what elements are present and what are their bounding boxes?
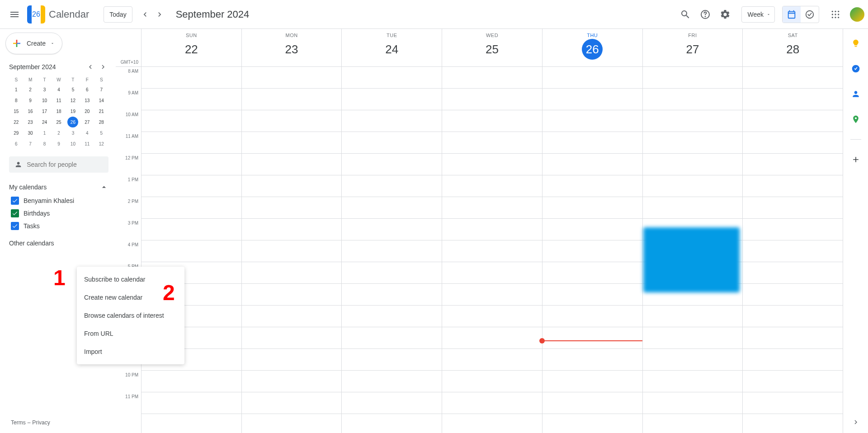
prev-period-button[interactable] [138, 7, 152, 22]
time-slot[interactable] [342, 110, 442, 132]
time-slot[interactable] [542, 132, 642, 154]
time-slot[interactable] [442, 175, 542, 197]
menu-item[interactable]: Browse calendars of interest [77, 306, 184, 325]
next-period-button[interactable] [152, 7, 167, 22]
time-slot[interactable] [743, 219, 843, 240]
time-slot[interactable] [643, 110, 743, 132]
mini-day[interactable]: 2 [23, 84, 37, 95]
date-number[interactable]: 28 [783, 39, 803, 60]
mini-day[interactable]: 1 [9, 84, 23, 95]
time-slot[interactable] [542, 154, 642, 175]
mini-day[interactable]: 11 [52, 95, 66, 106]
mini-day[interactable]: 3 [38, 84, 52, 95]
my-calendars-toggle[interactable]: My calendars [9, 180, 108, 194]
view-selector[interactable]: Week [741, 6, 775, 23]
time-slot[interactable] [542, 371, 642, 392]
mini-day[interactable]: 27 [80, 117, 94, 127]
mini-next-button[interactable] [98, 61, 108, 72]
time-slot[interactable] [342, 67, 442, 89]
time-slot[interactable] [743, 154, 843, 175]
time-slot[interactable] [643, 154, 743, 175]
mini-day[interactable]: 15 [9, 106, 23, 117]
time-slot[interactable] [542, 175, 642, 197]
time-slot[interactable] [442, 132, 542, 154]
time-slot[interactable] [242, 306, 342, 327]
time-slot[interactable] [342, 262, 442, 284]
time-slot[interactable] [342, 392, 442, 414]
mini-day[interactable]: 3 [66, 127, 80, 138]
mini-day[interactable]: 5 [66, 84, 80, 95]
menu-item[interactable]: Subscribe to calendar [77, 270, 184, 288]
time-slot[interactable] [743, 262, 843, 284]
day-header[interactable]: MON23 [241, 29, 342, 66]
mini-day[interactable]: 26 [67, 117, 78, 127]
menu-item[interactable]: Create new calendar [77, 288, 184, 306]
mini-day[interactable]: 19 [66, 106, 80, 117]
time-slot[interactable] [442, 414, 542, 433]
mini-day[interactable]: 24 [38, 117, 52, 127]
time-slot[interactable] [142, 175, 241, 197]
account-avatar[interactable] [850, 7, 864, 22]
date-number[interactable]: 27 [682, 39, 703, 60]
time-slot[interactable] [242, 67, 342, 89]
time-slot[interactable] [442, 327, 542, 349]
time-slot[interactable] [242, 240, 342, 262]
time-slot[interactable] [142, 219, 241, 240]
time-slot[interactable] [342, 240, 442, 262]
time-slot[interactable] [643, 89, 743, 110]
time-slot[interactable] [542, 262, 642, 284]
mini-day[interactable]: 6 [9, 138, 23, 149]
collapse-panel-button[interactable] [849, 415, 863, 429]
day-header[interactable]: SUN22 [141, 29, 241, 66]
terms-link[interactable]: Terms [11, 419, 26, 426]
time-slot[interactable] [743, 67, 843, 89]
mini-day[interactable]: 30 [23, 127, 37, 138]
mini-day[interactable]: 28 [94, 117, 108, 127]
time-slot[interactable] [743, 132, 843, 154]
time-slot[interactable] [542, 197, 642, 219]
time-slot[interactable] [442, 240, 542, 262]
mini-day[interactable]: 11 [80, 138, 94, 149]
time-slot[interactable] [643, 414, 743, 433]
time-slot[interactable] [643, 349, 743, 371]
menu-item[interactable]: Import [77, 343, 184, 361]
date-number[interactable]: 25 [482, 39, 503, 60]
time-slot[interactable] [743, 110, 843, 132]
calendar-item[interactable]: Benyamin Khalesi [9, 194, 108, 207]
time-slot[interactable] [542, 306, 642, 327]
calendar-item[interactable]: Tasks [9, 220, 108, 232]
mini-day[interactable]: 7 [94, 84, 108, 95]
mini-day[interactable]: 8 [9, 95, 23, 106]
mini-day[interactable]: 23 [23, 117, 37, 127]
time-slot[interactable] [442, 110, 542, 132]
time-slot[interactable] [442, 197, 542, 219]
time-slot[interactable] [643, 371, 743, 392]
time-slot[interactable] [242, 284, 342, 306]
day-column[interactable] [341, 67, 442, 433]
mini-day[interactable]: 8 [38, 138, 52, 149]
date-number[interactable]: 24 [382, 39, 402, 60]
time-slot[interactable] [643, 67, 743, 89]
time-slot[interactable] [242, 327, 342, 349]
mini-day[interactable]: 4 [80, 127, 94, 138]
time-slot[interactable] [442, 371, 542, 392]
mini-day[interactable]: 20 [80, 106, 94, 117]
mini-day[interactable]: 5 [94, 127, 108, 138]
time-slot[interactable] [142, 371, 241, 392]
day-column[interactable] [442, 67, 542, 433]
day-header[interactable]: TUE24 [341, 29, 442, 66]
time-slot[interactable] [643, 392, 743, 414]
mini-day[interactable]: 16 [23, 106, 37, 117]
time-slot[interactable] [142, 154, 241, 175]
time-slot[interactable] [743, 392, 843, 414]
time-slot[interactable] [743, 327, 843, 349]
mini-day[interactable]: 6 [80, 84, 94, 95]
time-slot[interactable] [442, 219, 542, 240]
time-slot[interactable] [442, 67, 542, 89]
time-slot[interactable] [342, 154, 442, 175]
mini-day[interactable]: 9 [52, 138, 66, 149]
time-slot[interactable] [242, 349, 342, 371]
time-slot[interactable] [242, 154, 342, 175]
time-slot[interactable] [242, 89, 342, 110]
menu-item[interactable]: From URL [77, 325, 184, 343]
